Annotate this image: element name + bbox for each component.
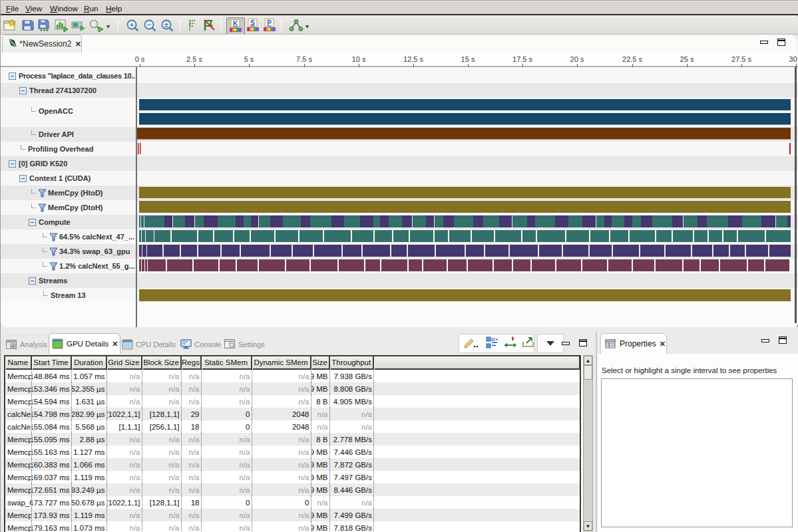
svg-text:−: − <box>147 21 151 29</box>
svg-text:P: P <box>267 19 272 27</box>
svg-text:S: S <box>250 19 255 27</box>
svg-text:K: K <box>233 20 238 27</box>
svg-text:±: ± <box>164 21 168 29</box>
